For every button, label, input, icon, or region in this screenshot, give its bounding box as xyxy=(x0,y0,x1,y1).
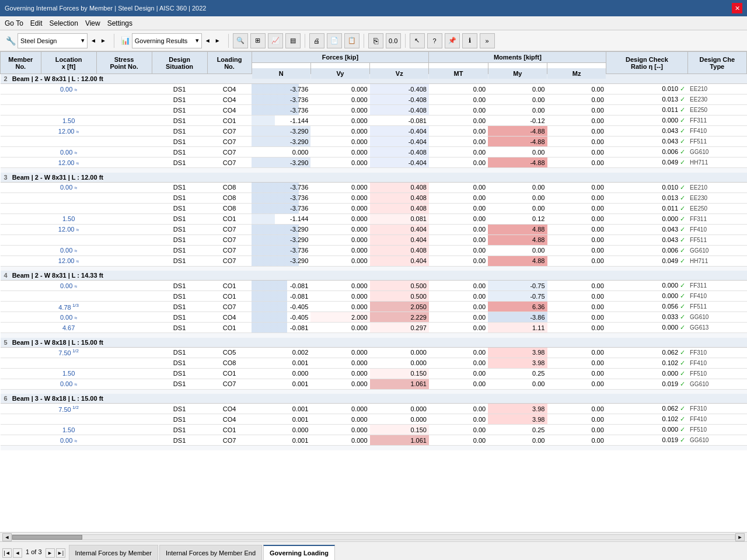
header-design: DesignSituation xyxy=(152,52,207,74)
table-row[interactable]: DS1CO1-0.0810.0000.5000.00-0.750.000.000… xyxy=(1,291,747,302)
table-row[interactable]: DS1CO7-3.2900.0000.4040.004.880.000.043 … xyxy=(1,235,747,245)
close-button[interactable]: ✕ xyxy=(732,3,742,13)
governing-results-dropdown[interactable]: Governing Results ▾ xyxy=(132,33,202,48)
cell-mt: 0.00 xyxy=(429,379,488,389)
cell-member xyxy=(1,347,41,358)
table-row[interactable]: 7.50 1/2DS1CO50.0020.0000.0000.003.980.0… xyxy=(1,347,747,358)
table-row[interactable]: 0.00 ≈DS1CO1-0.0810.0000.5000.00-0.750.0… xyxy=(1,281,747,291)
menu-selection[interactable]: Selection xyxy=(50,19,78,27)
table-row[interactable]: 0.00 ≈DS1CO70.0010.0001.0610.000.000.000… xyxy=(1,379,747,389)
table-row[interactable]: DS1CO40.0010.0000.0000.003.980.000.102 ✓… xyxy=(1,414,747,425)
menu-goto[interactable]: Go To xyxy=(5,19,23,27)
menu-edit[interactable]: Edit xyxy=(30,19,43,27)
toolbar-btn-table[interactable]: ⊞ xyxy=(250,33,266,48)
table-row[interactable]: 0.00 ≈DS1CO4-0.4052.0002.2290.00-3.860.0… xyxy=(1,312,747,323)
member-group-label: 5Beam | 3 - W 8x18 | L : 15.00 ft xyxy=(1,338,747,348)
table-row[interactable]: 0.00 ≈DS1CO8-3.7360.0000.4080.000.000.00… xyxy=(1,182,747,192)
scroll-thumb[interactable] xyxy=(12,535,82,540)
table-row[interactable]: 12.00 ≈DS1CO7-3.2900.000-0.4040.00-4.880… xyxy=(1,126,747,136)
cell-design: DS1 xyxy=(152,84,207,94)
menu-bar: Go To Edit Selection View Settings xyxy=(0,16,747,30)
toolbar-btn-ref[interactable]: 📌 xyxy=(445,33,460,48)
dropdown-nav-next-1[interactable]: ► xyxy=(99,37,107,44)
dropdown-nav-prev-2[interactable]: ◄ xyxy=(204,37,212,44)
cell-n: -3.290 xyxy=(252,126,310,136)
dropdown-nav-prev-1[interactable]: ◄ xyxy=(89,37,97,44)
table-row[interactable]: 4.67DS1CO1-0.0810.0000.2970.001.110.000.… xyxy=(1,323,747,333)
toolbar-btn-excel[interactable]: 📋 xyxy=(344,33,359,48)
table-row[interactable]: 0.00 ≈DS1CO70.0000.000-0.4080.000.000.00… xyxy=(1,147,747,158)
toolbar-btn-search[interactable]: 🔍 xyxy=(233,33,248,48)
table-row[interactable]: 4.78 1/3DS1CO7-0.4050.0002.0500.006.360.… xyxy=(1,302,747,312)
cell-vy: 0.000 xyxy=(310,147,369,158)
menu-settings[interactable]: Settings xyxy=(107,19,132,27)
table-row[interactable]: 0.00 ≈DS1CO4-3.7360.000-0.4080.000.000.0… xyxy=(1,84,747,94)
toolbar-btn-info[interactable]: ℹ xyxy=(462,33,477,48)
table-row[interactable]: 7.50 1/2DS1CO40.0010.0000.0000.003.980.0… xyxy=(1,404,747,414)
scrollbar-horizontal[interactable]: ◄ ► xyxy=(0,532,747,541)
table-row[interactable]: 12.00 ≈DS1CO7-3.2900.0000.4040.004.880.0… xyxy=(1,224,747,235)
cell-ratio: 0.000 ✓ xyxy=(606,116,687,126)
cell-vy: 0.000 xyxy=(310,256,369,266)
tab-next-btn[interactable]: ► xyxy=(46,548,55,558)
table-row[interactable]: DS1CO7-3.2900.000-0.4040.00-4.880.000.04… xyxy=(1,136,747,147)
table-row[interactable]: 0.00 ≈DS1CO70.0010.0001.0610.000.000.000… xyxy=(1,435,747,446)
member-group-label: 6Beam | 3 - W 8x18 | L : 15.00 ft xyxy=(1,394,747,404)
scroll-right-btn[interactable]: ► xyxy=(735,533,745,541)
tab-first-btn[interactable]: |◄ xyxy=(2,548,12,558)
table-row[interactable]: DS1CO8-3.7360.0000.4080.000.000.000.013 … xyxy=(1,192,747,203)
cell-type: FF511 xyxy=(687,302,746,312)
toolbar-btn-cursor[interactable]: ↖ xyxy=(410,33,425,48)
table-row[interactable]: 1.50DS1CO1-1.1440.000-0.0810.00-0.120.00… xyxy=(1,116,747,126)
cell-mt: 0.00 xyxy=(429,358,488,368)
tab-internal-forces-member[interactable]: Internal Forces by Member xyxy=(69,545,158,560)
table-row[interactable]: 12.00 ≈DS1CO7-3.2900.0000.4040.004.880.0… xyxy=(1,256,747,266)
toolbar-btn-help[interactable]: ? xyxy=(427,33,442,48)
toolbar-btn-chart[interactable]: 📈 xyxy=(268,33,283,48)
toolbar-btn-number[interactable]: 0.0 xyxy=(386,33,401,48)
cell-my: 0.00 xyxy=(488,147,547,158)
cell-mz: 0.00 xyxy=(547,126,606,136)
table-row[interactable]: 1.50DS1CO10.0000.0000.1500.000.250.000.0… xyxy=(1,368,747,379)
cell-design: DS1 xyxy=(152,312,207,323)
steel-design-label: Steel Design xyxy=(20,37,81,44)
table-row[interactable]: DS1CO80.0010.0000.0000.003.980.000.102 ✓… xyxy=(1,358,747,368)
header-ratio: Design CheckRatio η [--] xyxy=(606,52,687,74)
dropdown-nav-next-2[interactable]: ► xyxy=(214,37,222,44)
toolbar-btn-export[interactable]: 📄 xyxy=(327,33,342,48)
tab-prev-btn[interactable]: ◄ xyxy=(13,548,22,558)
cell-stress xyxy=(96,379,152,389)
scroll-left-btn[interactable]: ◄ xyxy=(2,533,12,541)
cell-stress xyxy=(96,347,152,358)
cell-loading: CO1 xyxy=(207,323,252,333)
cell-type: EE250 xyxy=(687,105,746,116)
toolbar-btn-copy[interactable]: ⎘ xyxy=(368,33,383,48)
table-row[interactable]: DS1CO4-3.7360.000-0.4080.000.000.000.013… xyxy=(1,94,747,105)
toolbar-btn-more[interactable]: » xyxy=(480,33,495,48)
table-row[interactable]: DS1CO4-3.7360.000-0.4080.000.000.000.011… xyxy=(1,105,747,116)
cell-type: EE210 xyxy=(687,84,746,94)
cell-stress xyxy=(96,368,152,379)
table-row[interactable]: 12.00 ≈DS1CO7-3.2900.000-0.4040.00-4.880… xyxy=(1,158,747,168)
cell-stress xyxy=(96,435,152,446)
tab-last-btn[interactable]: ►| xyxy=(56,548,65,558)
cell-loading: CO8 xyxy=(207,182,252,192)
toolbar-btn-filter[interactable]: ▤ xyxy=(285,33,301,48)
tab-internal-forces-member-end[interactable]: Internal Forces by Member End xyxy=(159,545,262,560)
member-group-label: 3Beam | 2 - W 8x31 | L : 12.00 ft xyxy=(1,173,747,183)
cell-my: 3.98 xyxy=(488,358,547,368)
cell-mt: 0.00 xyxy=(429,84,488,94)
table-row[interactable]: DS1CO8-3.7360.0000.4080.000.000.000.011 … xyxy=(1,203,747,214)
cell-vz: 0.404 xyxy=(370,256,429,266)
menu-view[interactable]: View xyxy=(85,19,100,27)
cell-design: DS1 xyxy=(152,105,207,116)
tab-governing-loading[interactable]: Governing Loading xyxy=(263,545,335,560)
toolbar-btn-print[interactable]: 🖨 xyxy=(309,33,324,48)
cell-my: 0.12 xyxy=(488,214,547,224)
steel-design-dropdown[interactable]: Steel Design ▾ xyxy=(18,33,88,48)
cell-my: 0.00 xyxy=(488,84,547,94)
scroll-track[interactable] xyxy=(12,534,735,540)
table-row[interactable]: 1.50DS1CO1-1.1440.0000.0810.000.120.000.… xyxy=(1,214,747,224)
table-row[interactable]: 1.50DS1CO10.0000.0000.1500.000.250.000.0… xyxy=(1,425,747,435)
table-row[interactable]: 0.00 ≈DS1CO7-3.7360.0000.4080.000.000.00… xyxy=(1,245,747,256)
